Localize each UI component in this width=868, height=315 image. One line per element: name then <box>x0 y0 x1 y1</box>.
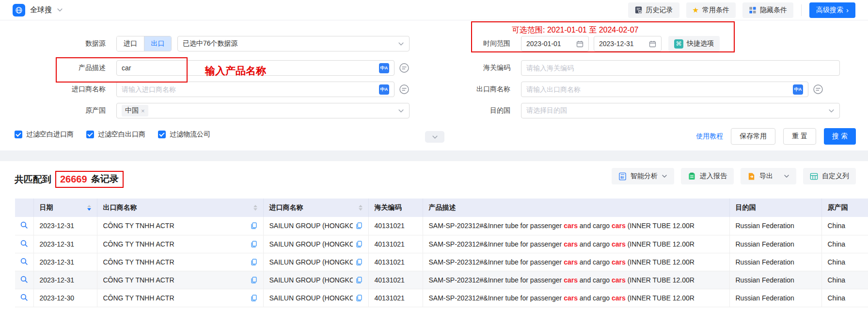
sort-icon-exporter[interactable] <box>253 205 257 211</box>
tag-close-icon[interactable]: × <box>141 107 145 115</box>
product-desc-input[interactable] <box>122 64 375 72</box>
advanced-search-label: 高级搜索 <box>816 6 843 15</box>
smart-analysis-button[interactable]: BI 智能分析 <box>612 168 674 184</box>
dest-country-select[interactable]: 请选择目的国 <box>521 103 840 118</box>
copy-icon[interactable] <box>251 241 257 248</box>
copy-icon[interactable] <box>356 277 363 283</box>
origin-country-label: 原产国 <box>0 106 110 115</box>
filter-blank-importer-checkbox[interactable]: 过滤空白进口商 <box>15 130 74 139</box>
keyword-highlight: cars <box>564 240 578 248</box>
cell-hs-code: 40131021 <box>368 289 423 307</box>
translate-icon[interactable]: 中A <box>379 63 389 73</box>
cell-destination: Russian Federation <box>729 253 821 271</box>
checkbox-checked-icon <box>158 131 166 138</box>
data-source-selected-text: 已选中76个数据源 <box>183 39 394 48</box>
col-date-label: 日期 <box>40 203 53 212</box>
favorites-button[interactable]: ★ 常用条件 <box>686 2 736 18</box>
keyword-highlight: cars <box>564 294 578 302</box>
copy-icon[interactable] <box>356 241 363 248</box>
magnifier-icon[interactable] <box>20 257 28 265</box>
copy-icon[interactable] <box>251 222 257 229</box>
magnifier-icon[interactable] <box>20 275 28 283</box>
enter-report-button[interactable]: 进入报告 <box>681 168 734 184</box>
chevron-down-icon <box>828 108 835 114</box>
advanced-search-button[interactable]: 高级搜索 › <box>809 2 855 18</box>
exclude-icon[interactable] <box>399 63 410 73</box>
start-date-input[interactable]: 2023-01-01 <box>521 36 589 51</box>
custom-columns-button[interactable]: 自定义列 <box>803 168 856 184</box>
report-icon <box>688 172 696 181</box>
chevron-down-icon <box>784 173 789 179</box>
export-label: 导出 <box>759 172 773 181</box>
filter-logistics-checkbox[interactable]: 过滤物流公司 <box>158 130 210 139</box>
exporter-input[interactable] <box>526 85 789 93</box>
cell-date: 2023-12-31 <box>33 235 97 253</box>
hide-conditions-button[interactable]: 隐藏条件 <box>742 2 793 18</box>
tutorial-link[interactable]: 使用教程 <box>696 132 723 141</box>
col-header-importer[interactable]: 进口商名称 <box>263 199 368 217</box>
search-button[interactable]: 搜 索 <box>824 128 856 145</box>
app-brand[interactable]: 全球搜 <box>13 4 63 17</box>
table-header-row: 日期 出口商名称 进口商名称 海关编码 产品描述 目的国 原产国 <box>15 199 868 217</box>
copy-icon[interactable] <box>251 295 257 301</box>
filter-blank-exporter-checkbox[interactable]: 过滤空白出口商 <box>86 130 145 139</box>
col-header-date[interactable]: 日期 <box>33 199 97 217</box>
page: 全球搜 历史记录 ★ 常用条件 隐藏条件 <box>0 0 868 315</box>
sort-icon-importer[interactable] <box>359 205 363 211</box>
table-row[interactable]: 2023-12-31 CÔNG TY TNHH ACTR SAILUN GROU… <box>15 235 868 253</box>
dest-country-placeholder: 请选择目的国 <box>526 106 824 115</box>
table-row[interactable]: 2023-12-31 CÔNG TY TNHH ACTR SAILUN GROU… <box>15 271 868 289</box>
cell-date: 2023-12-31 <box>33 253 97 271</box>
magnifier-icon[interactable] <box>20 239 28 248</box>
translate-icon[interactable]: 中A <box>379 84 389 95</box>
quick-options-button[interactable]: ⌘ 快捷选项 <box>668 36 720 51</box>
importer-input[interactable] <box>122 85 375 93</box>
copy-icon[interactable] <box>251 277 257 283</box>
table-row[interactable]: 2023-12-31 CÔNG TY TNHH ACTR SAILUN GROU… <box>15 253 868 271</box>
exporter-label: 出口商名称 <box>413 85 515 94</box>
magnifier-icon[interactable] <box>20 221 28 229</box>
col-header-exporter[interactable]: 出口商名称 <box>97 199 263 217</box>
cell-hs-code: 40131021 <box>368 217 423 235</box>
sort-icon-date[interactable] <box>87 205 91 211</box>
export-toggle[interactable]: 出口 <box>144 36 171 51</box>
section-divider <box>0 150 868 161</box>
translate-icon[interactable]: 中A <box>793 84 803 95</box>
cell-hs-code: 40131021 <box>368 235 423 253</box>
col-header-hs: 海关编码 <box>368 199 423 217</box>
exclude-icon[interactable] <box>813 84 823 95</box>
copy-icon[interactable] <box>356 295 363 301</box>
end-date-input[interactable]: 2023-12-31 <box>594 36 662 51</box>
star-icon: ★ <box>693 6 699 14</box>
exclude-icon[interactable] <box>399 84 410 95</box>
history-button[interactable]: 历史记录 <box>628 2 679 18</box>
table-row[interactable]: 2023-12-31 CÔNG TY TNHH ACTR SAILUN GROU… <box>15 217 868 235</box>
magnifier-icon[interactable] <box>20 293 28 301</box>
save-common-button[interactable]: 保存常用 <box>731 128 775 145</box>
reset-button[interactable]: 重 置 <box>783 128 816 145</box>
data-source-select[interactable]: 已选中76个数据源 <box>177 36 410 51</box>
cell-product-desc: SAM-SP-202312#&Inner tube for passenger … <box>423 253 729 271</box>
match-count-box: 26669 条记录 <box>55 171 124 188</box>
hs-code-input[interactable] <box>526 64 835 72</box>
globe-logo-icon <box>13 4 25 17</box>
importer-label: 进口商名称 <box>0 85 110 94</box>
hs-code-field <box>521 60 840 76</box>
cell-exporter: CÔNG TY TNHH ACTR <box>97 253 263 271</box>
origin-country-select[interactable]: 中国 × <box>116 103 410 118</box>
col-exporter-label: 出口商名称 <box>103 203 137 212</box>
collapse-toggle[interactable] <box>425 131 444 143</box>
chevron-down-icon[interactable] <box>57 7 63 13</box>
cell-origin: China <box>821 217 868 235</box>
row-hs-code: 海关编码 <box>413 60 840 76</box>
checkbox-checked-icon <box>15 131 22 138</box>
import-toggle[interactable]: 进口 <box>117 36 144 51</box>
copy-icon[interactable] <box>356 222 363 229</box>
copy-icon[interactable] <box>356 259 363 265</box>
topbar-divider <box>801 4 802 16</box>
export-button[interactable]: 导出 <box>741 168 796 184</box>
table-row[interactable]: 2023-12-30 CÔNG TY TNHH ACTR SAILUN GROU… <box>15 289 868 307</box>
copy-icon[interactable] <box>251 259 257 265</box>
cell-date: 2023-12-31 <box>33 271 97 289</box>
cell-hs-code: 40131021 <box>368 253 423 271</box>
